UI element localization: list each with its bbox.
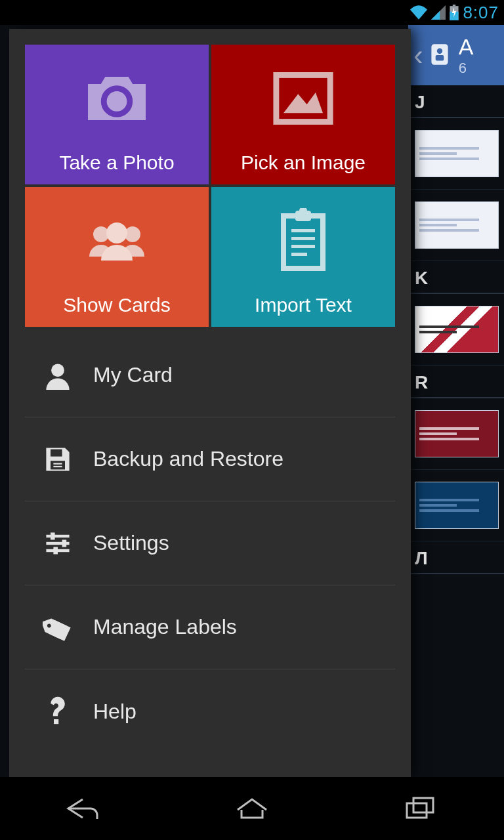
person-icon	[41, 361, 75, 390]
camera-icon	[81, 45, 153, 152]
image-icon	[270, 45, 336, 152]
menu-label: Manage Labels	[93, 615, 237, 639]
svg-marker-8	[284, 93, 323, 113]
svg-rect-27	[62, 539, 67, 547]
card-thumbnail	[415, 130, 499, 177]
svg-rect-24	[46, 534, 69, 537]
card-list-item[interactable]	[408, 190, 504, 261]
card-thumbnail	[415, 201, 499, 249]
menu-list: My Card Backup and Restore Settings	[25, 333, 395, 753]
svg-rect-23	[53, 465, 62, 467]
my-card-item[interactable]: My Card	[25, 333, 395, 417]
status-bar: 8:07	[0, 0, 504, 25]
settings-item[interactable]: Settings	[25, 501, 395, 585]
svg-rect-16	[291, 237, 315, 240]
tile-grid: Take a Photo Pick an Image	[25, 45, 395, 327]
svg-rect-15	[291, 229, 315, 232]
card-list-item[interactable]	[408, 398, 504, 470]
menu-label: Backup and Restore	[93, 447, 284, 471]
menu-label: My Card	[93, 363, 173, 387]
tile-label: Show Cards	[63, 294, 170, 316]
help-item[interactable]: Help	[25, 669, 395, 753]
battery-icon	[450, 5, 459, 20]
svg-rect-32	[407, 803, 427, 818]
wifi-icon	[410, 5, 427, 20]
svg-rect-12	[284, 216, 323, 268]
svg-rect-1	[453, 5, 455, 6]
svg-rect-21	[51, 461, 65, 469]
svg-rect-3	[431, 44, 448, 65]
show-cards-tile[interactable]: Show Cards	[25, 187, 209, 327]
svg-rect-33	[413, 798, 433, 812]
tag-icon	[41, 612, 75, 642]
svg-point-4	[436, 49, 442, 54]
pick-image-tile[interactable]: Pick an Image	[211, 45, 395, 184]
screen: 8:07 ‹ A 6 J K R Л	[0, 0, 504, 840]
back-chevron-icon[interactable]: ‹	[413, 39, 423, 72]
svg-point-11	[106, 222, 127, 243]
card-list-item[interactable]	[408, 294, 504, 366]
clipboard-icon	[274, 187, 333, 294]
svg-rect-22	[53, 463, 62, 464]
card-thumbnail	[415, 482, 499, 529]
sliders-icon	[41, 529, 75, 558]
menu-label: Settings	[93, 531, 169, 555]
home-button[interactable]	[213, 789, 291, 828]
svg-rect-18	[291, 253, 307, 256]
app-title: A	[459, 34, 474, 60]
system-nav-bar	[0, 777, 504, 840]
status-time: 8:07	[463, 3, 499, 23]
card-thumbnail	[415, 410, 499, 457]
section-header: Л	[408, 541, 504, 574]
card-list-item[interactable]	[408, 470, 504, 541]
svg-rect-29	[53, 547, 58, 554]
section-header: K	[408, 261, 504, 294]
section-header: R	[408, 366, 504, 398]
svg-rect-31	[54, 719, 58, 724]
tile-label: Import Text	[255, 294, 352, 316]
svg-rect-7	[276, 75, 330, 121]
card-thumbnail	[415, 306, 499, 353]
signal-icon	[431, 5, 446, 20]
svg-rect-5	[435, 55, 444, 60]
back-button[interactable]	[45, 789, 123, 828]
svg-rect-25	[51, 532, 55, 539]
recent-apps-button[interactable]	[381, 789, 459, 828]
tile-label: Pick an Image	[241, 152, 366, 174]
manage-labels-item[interactable]: Manage Labels	[25, 585, 395, 669]
tile-label: Take a Photo	[59, 152, 174, 174]
navigation-drawer: Take a Photo Pick an Image	[9, 29, 411, 777]
backup-restore-item[interactable]: Backup and Restore	[25, 417, 395, 501]
menu-label: Help	[93, 700, 136, 724]
svg-point-19	[51, 364, 64, 377]
card-list-item[interactable]	[408, 118, 504, 190]
svg-rect-20	[51, 449, 62, 456]
take-photo-tile[interactable]: Take a Photo	[25, 45, 209, 184]
import-text-tile[interactable]: Import Text	[211, 187, 395, 327]
background-app: ‹ A 6 J K R Л	[408, 25, 504, 777]
app-subtitle: 6	[459, 60, 474, 77]
save-icon	[41, 445, 75, 474]
help-icon	[41, 696, 75, 727]
app-header[interactable]: ‹ A 6	[408, 25, 504, 85]
svg-rect-17	[291, 245, 315, 248]
section-header: J	[408, 85, 504, 118]
people-icon	[77, 187, 156, 294]
app-logo-icon	[426, 40, 453, 70]
